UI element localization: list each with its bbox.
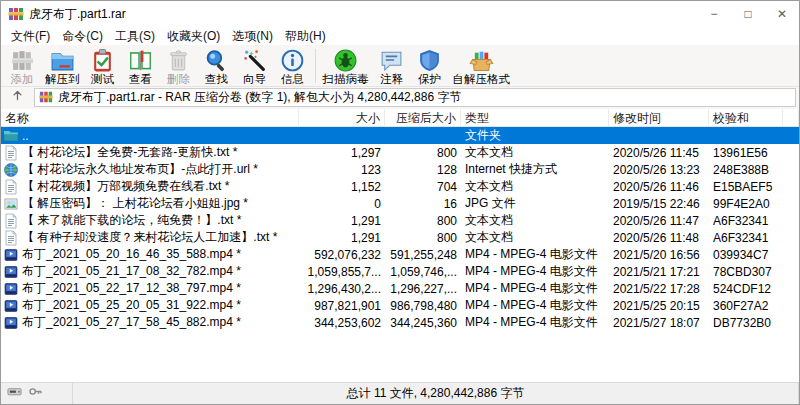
close-button[interactable]: ✕ <box>765 1 799 27</box>
info-icon <box>280 48 305 73</box>
cell-modified: 2021/5/22 17:28 <box>609 280 709 297</box>
cell-checksum <box>709 127 783 144</box>
cell-type: 文本文档 <box>461 212 609 229</box>
table-row[interactable]: 【 有种子却没速度？来村花论坛人工加速】.txt *1,291800文本文档20… <box>1 229 799 246</box>
menu-item-0[interactable]: 文件(F) <box>5 27 56 46</box>
cell-packed <box>385 127 461 144</box>
toolbar-button-label: 查找 <box>205 73 228 86</box>
toolbar-button-解压到[interactable]: 解压到 <box>41 46 84 86</box>
table-row[interactable]: 【 解压密码】： 上村花论坛看小姐姐.jpg *016JPG 文件2019/5/… <box>1 195 799 212</box>
key-icon[interactable] <box>28 384 43 403</box>
menu-item-5[interactable]: 帮助(H) <box>279 27 332 46</box>
toolbar-button-label: 查看 <box>129 73 152 86</box>
file-name: .. <box>22 129 29 143</box>
toolbar-button-查看[interactable]: 查看 <box>122 46 160 86</box>
toolbar-separator <box>315 49 316 83</box>
menu-item-4[interactable]: 选项(N) <box>226 27 279 46</box>
cell-name: 布丁_2021_05_20_16_46_35_588.mp4 * <box>1 246 299 263</box>
minimize-button[interactable]: − <box>697 1 731 27</box>
cell-filler <box>783 280 799 297</box>
mp4-file-icon <box>3 247 19 263</box>
table-row[interactable]: 布丁_2021_05_25_20_05_31_922.mp4 *987,821,… <box>1 297 799 314</box>
cell-filler <box>783 127 799 144</box>
table-row[interactable]: 布丁_2021_05_21_17_08_32_782.mp4 *1,059,85… <box>1 263 799 280</box>
table-row[interactable]: 布丁_2021_05_27_17_58_45_882.mp4 *344,253,… <box>1 314 799 331</box>
cell-checksum: E15BAEF5 <box>709 178 783 195</box>
menu-item-3[interactable]: 收藏夹(O) <box>161 27 226 46</box>
jpg-file-icon <box>3 196 19 212</box>
column-header-size[interactable]: 大小 <box>299 109 385 126</box>
toolbar-button-保护[interactable]: 保护 <box>411 46 449 86</box>
file-name: 【 村花视频】万部视频免费在线看.txt * <box>22 178 229 195</box>
cell-packed: 986,798,480 <box>385 297 461 314</box>
toolbar-button-信息[interactable]: 信息 <box>274 46 312 86</box>
table-row[interactable]: 布丁_2021_05_20_16_46_35_588.mp4 *592,076,… <box>1 246 799 263</box>
toolbar-button-注释[interactable]: 注释 <box>373 46 411 86</box>
toolbar-button-自解压格式[interactable]: 自解压格式 <box>449 46 515 86</box>
cell-type: 文本文档 <box>461 229 609 246</box>
drive-icon[interactable] <box>7 384 22 403</box>
extract-to-icon <box>50 48 75 73</box>
cell-type: 文件夹 <box>461 127 609 144</box>
window-title: 虎牙布丁.part1.rar <box>29 6 697 23</box>
cell-packed: 128 <box>385 161 461 178</box>
virus-scan-icon <box>333 48 358 73</box>
cell-filler <box>783 144 799 161</box>
cell-type: MP4 - MPEG-4 电影文件 <box>461 314 609 331</box>
table-row[interactable]: 【 村花视频】万部视频免费在线看.txt *1,152704文本文档2020/5… <box>1 178 799 195</box>
file-name: 【 村花论坛】全免费-无套路-更新快.txt * <box>22 144 237 161</box>
view-file-icon <box>128 48 153 73</box>
menu-item-1[interactable]: 命令(C) <box>56 27 109 46</box>
toolbar-button-label: 添加 <box>11 73 34 86</box>
archive-path-combobox[interactable]: 虎牙布丁.part1.rar - RAR 压缩分卷 (数字 1), 解包大小为 … <box>34 88 796 107</box>
cell-checksum: 524CDF12 <box>709 280 783 297</box>
mp4-file-icon <box>3 298 19 314</box>
up-arrow-icon <box>11 89 24 105</box>
cell-size: 0 <box>299 195 385 212</box>
toolbar-button-label: 信息 <box>281 73 304 86</box>
file-name: 【 有种子却没速度？来村花论坛人工加速】.txt * <box>22 229 277 246</box>
column-header-checksum[interactable]: 校验和 <box>709 109 783 126</box>
text-file-icon <box>3 179 19 195</box>
table-row[interactable]: 【 村花论坛永久地址发布页】-点此打开.url *123128Internet … <box>1 161 799 178</box>
table-row[interactable]: 【 村花论坛】全免费-无套路-更新快.txt *1,297800文本文档2020… <box>1 144 799 161</box>
toolbar-button-label: 删除 <box>167 73 190 86</box>
cell-checksum: 13961E56 <box>709 144 783 161</box>
cell-type: MP4 - MPEG-4 电影文件 <box>461 246 609 263</box>
cell-packed: 591,255,248 <box>385 246 461 263</box>
up-one-level-button[interactable] <box>4 88 30 107</box>
winrar-archive-icon <box>39 90 53 104</box>
toolbar-button-label: 解压到 <box>45 73 80 86</box>
table-row[interactable]: 【 来了就能下载的论坛，纯免费！】.txt *1,291800文本文档2020/… <box>1 212 799 229</box>
cell-filler <box>783 229 799 246</box>
delete-icon <box>166 48 191 73</box>
maximize-button[interactable]: □ <box>731 1 765 27</box>
column-header-type[interactable]: 类型 <box>461 109 609 126</box>
wizard-icon <box>242 48 267 73</box>
window-controls: − □ ✕ <box>697 1 799 27</box>
cell-modified: 2020/5/26 11:47 <box>609 212 709 229</box>
toolbar-button-查找[interactable]: 查找 <box>198 46 236 86</box>
table-row[interactable]: 布丁_2021_05_22_17_12_38_797.mp4 *1,296,43… <box>1 280 799 297</box>
cell-size <box>299 127 385 144</box>
column-header-modified[interactable]: 修改时间 <box>609 109 709 126</box>
cell-modified: 2021/5/25 20:15 <box>609 297 709 314</box>
cell-name: 【 来了就能下载的论坛，纯免费！】.txt * <box>1 212 299 229</box>
column-header-name[interactable]: 名称 <box>1 109 299 126</box>
cell-type: MP4 - MPEG-4 电影文件 <box>461 263 609 280</box>
menu-item-2[interactable]: 工具(S) <box>109 27 161 46</box>
cell-name: 【 村花论坛永久地址发布页】-点此打开.url * <box>1 161 299 178</box>
cell-name: 布丁_2021_05_22_17_12_38_797.mp4 * <box>1 280 299 297</box>
file-name: 布丁_2021_05_20_16_46_35_588.mp4 * <box>22 246 241 263</box>
toolbar-button-测试[interactable]: 测试 <box>84 46 122 86</box>
column-headers: 名称大小压缩后大小类型修改时间校验和 <box>1 109 799 127</box>
cell-size: 344,253,602 <box>299 314 385 331</box>
cell-name: 【 村花视频】万部视频免费在线看.txt * <box>1 178 299 195</box>
toolbar-button-向导[interactable]: 向导 <box>236 46 274 86</box>
cell-checksum: A6F32341 <box>709 229 783 246</box>
column-header-packed[interactable]: 压缩后大小 <box>385 109 461 126</box>
cell-checksum: 248E388B <box>709 161 783 178</box>
table-row[interactable]: ..文件夹 <box>1 127 799 144</box>
cell-type: Internet 快捷方式 <box>461 161 609 178</box>
toolbar-button-扫描病毒[interactable]: 扫描病毒 <box>319 46 373 86</box>
